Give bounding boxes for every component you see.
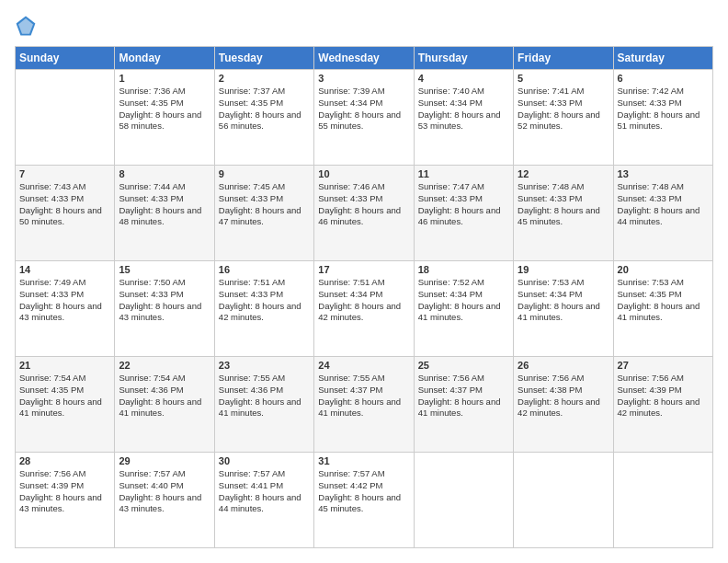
sunset: Sunset: 4:39 PM — [618, 385, 682, 395]
sunset: Sunset: 4:37 PM — [318, 385, 382, 395]
daylight: Daylight: 8 hours and 42 minutes. — [518, 396, 600, 419]
day-header-wednesday: Wednesday — [314, 47, 414, 70]
daylight: Daylight: 8 hours and 41 minutes. — [418, 396, 501, 419]
day-number: 8 — [119, 168, 210, 179]
daylight: Daylight: 8 hours and 43 minutes. — [19, 301, 102, 323]
sunset: Sunset: 4:33 PM — [518, 193, 582, 203]
cell-content: Sunrise: 7:57 AMSunset: 4:40 PMDaylight:… — [119, 468, 210, 515]
daylight: Daylight: 8 hours and 56 minutes. — [219, 109, 301, 132]
calendar-table: SundayMondayTuesdayWednesdayThursdayFrid… — [15, 46, 713, 548]
sunset: Sunset: 4:33 PM — [119, 289, 183, 299]
cell-content: Sunrise: 7:57 AMSunset: 4:41 PMDaylight:… — [219, 468, 310, 515]
sunrise: Sunrise: 7:56 AM — [618, 373, 684, 383]
sunset: Sunset: 4:38 PM — [518, 385, 582, 395]
day-number: 24 — [318, 360, 409, 371]
sunrise: Sunrise: 7:54 AM — [119, 373, 185, 383]
cell-content: Sunrise: 7:49 AMSunset: 4:33 PMDaylight:… — [19, 277, 110, 324]
sunrise: Sunrise: 7:40 AM — [418, 86, 484, 96]
daylight: Daylight: 8 hours and 55 minutes. — [318, 109, 401, 132]
day-number: 19 — [518, 264, 609, 275]
sunset: Sunset: 4:41 PM — [219, 480, 283, 490]
sunrise: Sunrise: 7:37 AM — [219, 86, 285, 96]
daylight: Daylight: 8 hours and 47 minutes. — [219, 205, 301, 227]
sunrise: Sunrise: 7:50 AM — [119, 277, 185, 287]
week-row-1: 7Sunrise: 7:43 AMSunset: 4:33 PMDaylight… — [16, 166, 713, 261]
calendar-cell — [613, 453, 712, 548]
cell-content: Sunrise: 7:47 AMSunset: 4:33 PMDaylight:… — [418, 181, 509, 228]
sunrise: Sunrise: 7:39 AM — [318, 86, 384, 96]
sunset: Sunset: 4:33 PM — [19, 193, 84, 203]
cell-content: Sunrise: 7:52 AMSunset: 4:34 PMDaylight:… — [418, 277, 509, 324]
daylight: Daylight: 8 hours and 53 minutes. — [418, 109, 501, 132]
calendar-cell: 13Sunrise: 7:48 AMSunset: 4:33 PMDayligh… — [613, 166, 712, 261]
sunrise: Sunrise: 7:56 AM — [418, 373, 484, 383]
daylight: Daylight: 8 hours and 46 minutes. — [318, 205, 401, 227]
daylight: Daylight: 8 hours and 42 minutes. — [618, 396, 700, 419]
daylight: Daylight: 8 hours and 42 minutes. — [318, 301, 401, 323]
calendar-cell — [514, 453, 613, 548]
daylight: Daylight: 8 hours and 44 minutes. — [618, 205, 700, 227]
calendar-cell: 9Sunrise: 7:45 AMSunset: 4:33 PMDaylight… — [214, 166, 313, 261]
calendar-cell: 26Sunrise: 7:56 AMSunset: 4:38 PMDayligh… — [514, 357, 613, 453]
calendar-cell: 10Sunrise: 7:46 AMSunset: 4:33 PMDayligh… — [314, 166, 414, 261]
sunset: Sunset: 4:33 PM — [219, 193, 283, 203]
sunset: Sunset: 4:34 PM — [318, 289, 382, 299]
sunrise: Sunrise: 7:47 AM — [418, 181, 484, 191]
daylight: Daylight: 8 hours and 44 minutes. — [219, 492, 301, 514]
daylight: Daylight: 8 hours and 52 minutes. — [518, 109, 600, 132]
day-header-friday: Friday — [514, 47, 613, 70]
cell-content: Sunrise: 7:54 AMSunset: 4:35 PMDaylight:… — [19, 373, 110, 419]
day-header-saturday: Saturday — [613, 47, 712, 70]
sunset: Sunset: 4:39 PM — [19, 480, 84, 490]
week-row-2: 14Sunrise: 7:49 AMSunset: 4:33 PMDayligh… — [16, 261, 713, 357]
cell-content: Sunrise: 7:45 AMSunset: 4:33 PMDaylight:… — [219, 181, 310, 228]
cell-content: Sunrise: 7:48 AMSunset: 4:33 PMDaylight:… — [618, 181, 709, 228]
cell-content: Sunrise: 7:55 AMSunset: 4:37 PMDaylight:… — [318, 373, 409, 419]
cell-content: Sunrise: 7:37 AMSunset: 4:35 PMDaylight:… — [219, 86, 310, 132]
daylight: Daylight: 8 hours and 41 minutes. — [119, 396, 201, 419]
sunset: Sunset: 4:33 PM — [318, 193, 382, 203]
cell-content: Sunrise: 7:53 AMSunset: 4:35 PMDaylight:… — [618, 277, 709, 324]
day-number: 30 — [219, 455, 310, 466]
calendar-cell: 20Sunrise: 7:53 AMSunset: 4:35 PMDayligh… — [613, 261, 712, 357]
cell-content: Sunrise: 7:50 AMSunset: 4:33 PMDaylight:… — [119, 277, 210, 324]
sunset: Sunset: 4:35 PM — [19, 385, 84, 395]
sunset: Sunset: 4:36 PM — [119, 385, 183, 395]
cell-content: Sunrise: 7:36 AMSunset: 4:35 PMDaylight:… — [119, 86, 210, 132]
logo-icon — [15, 15, 37, 37]
sunset: Sunset: 4:33 PM — [418, 193, 483, 203]
day-number: 5 — [518, 73, 609, 84]
calendar-cell: 4Sunrise: 7:40 AMSunset: 4:34 PMDaylight… — [414, 70, 513, 166]
daylight: Daylight: 8 hours and 45 minutes. — [318, 492, 401, 514]
day-number: 12 — [518, 168, 609, 179]
calendar-cell: 14Sunrise: 7:49 AMSunset: 4:33 PMDayligh… — [16, 261, 115, 357]
day-number: 17 — [318, 264, 409, 275]
sunrise: Sunrise: 7:45 AM — [219, 181, 285, 191]
sunset: Sunset: 4:34 PM — [318, 98, 382, 108]
day-number: 14 — [19, 264, 110, 275]
calendar-cell: 7Sunrise: 7:43 AMSunset: 4:33 PMDaylight… — [16, 166, 115, 261]
day-header-sunday: Sunday — [16, 47, 115, 70]
sunrise: Sunrise: 7:44 AM — [119, 181, 185, 191]
daylight: Daylight: 8 hours and 46 minutes. — [418, 205, 501, 227]
daylight: Daylight: 8 hours and 41 minutes. — [618, 301, 700, 323]
day-number: 16 — [219, 264, 310, 275]
calendar-cell: 28Sunrise: 7:56 AMSunset: 4:39 PMDayligh… — [16, 453, 115, 548]
sunrise: Sunrise: 7:56 AM — [19, 468, 85, 478]
header — [15, 15, 713, 37]
sunset: Sunset: 4:42 PM — [318, 480, 382, 490]
page: SundayMondayTuesdayWednesdayThursdayFrid… — [0, 0, 728, 563]
daylight: Daylight: 8 hours and 43 minutes. — [119, 301, 201, 323]
calendar-cell: 31Sunrise: 7:57 AMSunset: 4:42 PMDayligh… — [314, 453, 414, 548]
daylight: Daylight: 8 hours and 42 minutes. — [219, 301, 301, 323]
day-number: 1 — [119, 73, 210, 84]
day-number: 27 — [618, 360, 709, 371]
cell-content: Sunrise: 7:56 AMSunset: 4:37 PMDaylight:… — [418, 373, 509, 419]
sunrise: Sunrise: 7:57 AM — [318, 468, 384, 478]
cell-content: Sunrise: 7:55 AMSunset: 4:36 PMDaylight:… — [219, 373, 310, 419]
day-number: 10 — [318, 168, 409, 179]
sunset: Sunset: 4:35 PM — [119, 98, 183, 108]
cell-content: Sunrise: 7:56 AMSunset: 4:39 PMDaylight:… — [19, 468, 110, 515]
cell-content: Sunrise: 7:54 AMSunset: 4:36 PMDaylight:… — [119, 373, 210, 419]
header-row: SundayMondayTuesdayWednesdayThursdayFrid… — [16, 47, 713, 70]
